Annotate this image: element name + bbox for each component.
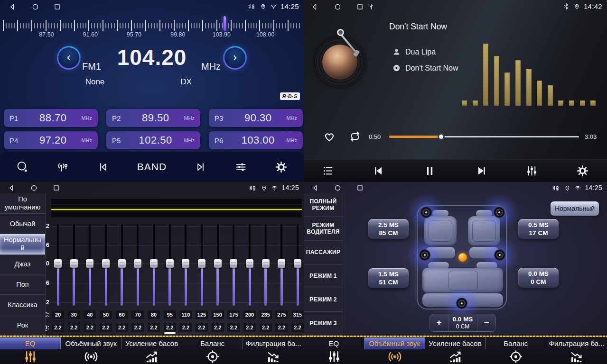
fc-value-chip[interactable]: 20 [51, 310, 65, 319]
q-value-chip[interactable]: 2.2 [147, 323, 160, 332]
pause-button[interactable] [423, 164, 436, 177]
q-value-chip[interactable]: 2.2 [163, 323, 177, 332]
nav-recent-button[interactable] [53, 3, 61, 11]
nav-back-button[interactable] [311, 3, 319, 11]
delay-increase-button[interactable]: + [430, 314, 448, 331]
nav-back-button[interactable] [9, 3, 17, 11]
nav-back-button[interactable] [311, 184, 319, 192]
delay-decrease-button[interactable]: − [477, 314, 495, 331]
nav-home-button[interactable] [334, 184, 342, 192]
listening-mode-item[interactable]: ПАССАЖИР [304, 241, 343, 264]
q-value-chip[interactable]: 2.2 [227, 323, 240, 332]
q-value-chip[interactable]: 2.2 [83, 323, 96, 332]
nav-home-button[interactable] [31, 3, 39, 11]
next-track-button[interactable] [475, 164, 487, 177]
playlist-button[interactable] [322, 164, 335, 177]
listening-mode-item[interactable]: РЕЖИМ 1 [304, 264, 343, 288]
eq-band-slider[interactable] [246, 259, 253, 268]
tune-down-button[interactable] [57, 46, 81, 70]
settings-button[interactable] [576, 164, 589, 177]
previous-station-button[interactable] [97, 161, 110, 173]
nav-back-button[interactable] [8, 184, 16, 192]
station-list-button[interactable] [56, 161, 69, 173]
q-value-chip[interactable]: 2.2 [291, 323, 304, 332]
settings-button[interactable] [275, 161, 288, 173]
audio-tab-filter[interactable]: Фильтрация ба... [546, 337, 607, 364]
fc-value-chip[interactable]: 80 [147, 310, 160, 319]
rear-left-delay-button[interactable]: 1.5 MS 51 CM [368, 268, 409, 288]
audio-tab-eq[interactable]: EQ [304, 337, 364, 364]
band-button[interactable]: BAND [137, 161, 167, 173]
listening-position-marker[interactable] [458, 253, 467, 262]
eq-band-slider[interactable] [230, 259, 237, 268]
listening-mode-item[interactable]: РЕЖИМ 2 [304, 288, 343, 312]
listening-mode-item[interactable]: РЕЖИМ ВОДИТЕЛЯ [304, 217, 343, 241]
previous-track-button[interactable] [373, 164, 385, 177]
eq-band-slider[interactable] [86, 259, 93, 268]
eq-band-slider[interactable] [150, 259, 158, 268]
listening-mode-item[interactable]: ПОЛНЫЙ РЕЖИМ [304, 193, 343, 217]
fc-value-chip[interactable]: 235 [259, 310, 272, 319]
audio-tab-eq[interactable]: EQ [0, 337, 61, 364]
fc-value-chip[interactable]: 200 [243, 310, 256, 319]
tune-up-button[interactable] [223, 46, 247, 70]
eq-band-slider[interactable] [166, 259, 174, 268]
fc-value-chip[interactable]: 175 [227, 310, 240, 319]
audio-tab-balance[interactable]: Баланс [486, 337, 546, 364]
fc-value-chip[interactable]: 110 [179, 310, 192, 319]
eq-preset-item[interactable]: Рок [0, 315, 45, 336]
eq-band-slider[interactable] [262, 259, 270, 268]
eq-band-slider[interactable] [198, 259, 205, 268]
fc-value-chip[interactable]: 40 [83, 310, 96, 319]
eq-band-slider[interactable] [102, 259, 110, 268]
q-value-chip[interactable]: 2.2 [115, 323, 129, 332]
eq-band-slider[interactable] [70, 259, 78, 268]
audio-tab-surround[interactable]: Объёмный звук [61, 337, 121, 364]
q-value-chip[interactable]: 2.2 [275, 323, 288, 332]
q-value-chip[interactable]: 2.2 [259, 323, 272, 332]
next-station-button[interactable] [194, 161, 207, 173]
fc-value-chip[interactable]: 50 [99, 310, 112, 319]
radio-preset-button-p1[interactable]: P188.70MHz [4, 109, 98, 127]
eq-band-slider[interactable] [118, 259, 126, 268]
eq-preset-item[interactable]: Поп [0, 274, 45, 295]
audio-tab-bass[interactable]: Усиление басов [425, 337, 486, 364]
eq-band-slider[interactable] [214, 259, 222, 268]
fc-value-chip[interactable]: 275 [275, 310, 288, 319]
fc-value-chip[interactable]: 95 [163, 310, 177, 319]
radio-preset-button-p5[interactable]: P5102.50MHz [106, 131, 200, 149]
q-value-chip[interactable]: 2.2 [99, 323, 112, 332]
q-value-chip[interactable]: 2.2 [179, 323, 192, 332]
q-value-chip[interactable]: 2.2 [67, 323, 81, 332]
listening-mode-item[interactable]: РЕЖИМ 3 [304, 312, 343, 336]
q-value-chip[interactable]: 2.2 [195, 323, 208, 332]
eq-preset-item[interactable]: Классика [0, 295, 45, 315]
scan-search-button[interactable] [16, 161, 29, 173]
audio-tab-filter[interactable]: Фильтрация ба... [243, 337, 304, 364]
eq-band-slider[interactable] [182, 259, 189, 268]
nav-home-button[interactable] [334, 3, 342, 11]
front-left-delay-button[interactable]: 2.5 MS 85 CM [368, 219, 409, 239]
eq-preset-item[interactable]: Нормальный [0, 234, 45, 255]
eq-preset-item[interactable]: Обычай [0, 214, 45, 234]
nav-recent-button[interactable] [356, 3, 364, 11]
q-value-chip[interactable]: 2.2 [51, 323, 65, 332]
progress-bar[interactable] [389, 136, 579, 137]
audio-tab-balance[interactable]: Баланс [182, 337, 243, 364]
nav-home-button[interactable] [30, 184, 38, 192]
favorite-button[interactable] [323, 130, 336, 143]
equalizer-button[interactable] [234, 161, 247, 173]
nav-recent-button[interactable] [356, 184, 364, 192]
radio-preset-button-p4[interactable]: P497.20MHz [4, 131, 98, 149]
fc-value-chip[interactable]: 125 [195, 310, 208, 319]
q-value-chip[interactable]: 2.2 [243, 323, 256, 332]
radio-preset-button-p2[interactable]: P289.50MHz [106, 109, 200, 127]
progress-thumb[interactable] [438, 133, 445, 140]
repeat-button[interactable] [348, 130, 362, 143]
q-value-chip[interactable]: 2.2 [131, 323, 144, 332]
tuning-needle[interactable] [224, 16, 226, 31]
surround-preset-button[interactable]: Нормальный [551, 201, 599, 216]
eq-band-slider[interactable] [134, 259, 141, 268]
fc-value-chip[interactable]: 70 [131, 310, 144, 319]
eq-band-slider[interactable] [278, 259, 285, 268]
